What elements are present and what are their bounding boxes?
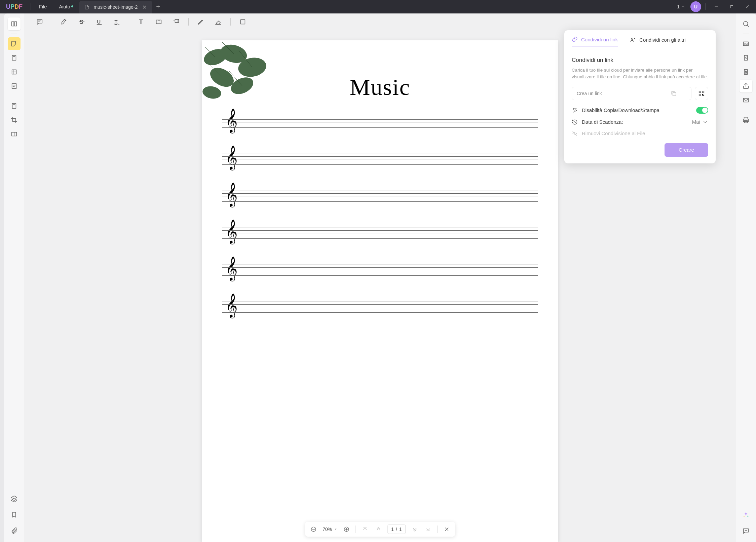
menu-help-label: Aiuto (59, 4, 70, 9)
close-window-button[interactable] (741, 0, 754, 13)
menu-help[interactable]: Aiuto (53, 4, 76, 9)
user-avatar[interactable]: U (690, 1, 701, 12)
logo: UPDF (0, 3, 29, 10)
titlebar: UPDF File Aiuto music-sheet-image-2 ✕ + … (0, 0, 756, 13)
maximize-button[interactable] (725, 0, 739, 13)
document-icon (84, 4, 89, 10)
tab-close-button[interactable]: ✕ (142, 4, 147, 10)
separator (31, 3, 31, 10)
new-tab-button[interactable]: + (156, 3, 160, 11)
minimize-button[interactable] (710, 0, 723, 13)
chevron-down-icon (681, 5, 685, 9)
update-dot-icon (71, 5, 73, 7)
separator (705, 3, 706, 10)
tab-count-dropdown[interactable]: 1 (674, 4, 688, 9)
svg-rect-0 (731, 6, 733, 8)
tab-title: music-sheet-image-2 (93, 4, 138, 10)
menu-file[interactable]: File (33, 4, 53, 9)
document-tab[interactable]: music-sheet-image-2 ✕ (79, 1, 152, 13)
tab-count-value: 1 (677, 4, 680, 9)
